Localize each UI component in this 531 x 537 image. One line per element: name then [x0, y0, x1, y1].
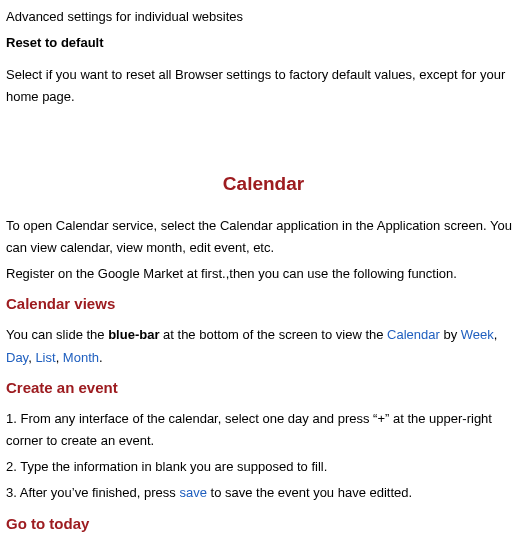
calendar-heading: Calendar: [6, 168, 521, 200]
reset-description: Select if you want to reset all Browser …: [6, 64, 521, 108]
calendar-intro-2: Register on the Google Market at first.,…: [6, 263, 521, 285]
text-fragment: at the bottom of the screen to view the: [159, 327, 387, 342]
calendar-views-paragraph: You can slide the blue-bar at the bottom…: [6, 324, 521, 368]
create-step-1: 1. From any interface of the calendar, s…: [6, 408, 521, 452]
create-event-heading: Create an event: [6, 375, 521, 401]
calendar-intro-1: To open Calendar service, select the Cal…: [6, 215, 521, 259]
create-step-3: 3. After you’ve finished, press save to …: [6, 482, 521, 504]
text-fragment: to save the event you have editted.: [207, 485, 412, 500]
text-fragment: 3. After you’ve finished, press: [6, 485, 179, 500]
text-fragment: You can slide the: [6, 327, 108, 342]
text-fragment: ,: [494, 327, 498, 342]
text-fragment: ,: [56, 350, 63, 365]
reset-to-default-label: Reset to default: [6, 32, 521, 54]
month-word: Month: [63, 350, 99, 365]
advanced-settings-line: Advanced settings for individual website…: [6, 6, 521, 28]
save-word: save: [179, 485, 206, 500]
text-fragment: .: [99, 350, 103, 365]
day-word: Day: [6, 350, 28, 365]
list-word: List: [35, 350, 55, 365]
create-step-2: 2. Type the information in blank you are…: [6, 456, 521, 478]
bluebar-term: blue-bar: [108, 327, 159, 342]
spacer: [6, 112, 521, 168]
calendar-views-heading: Calendar views: [6, 291, 521, 317]
go-to-today-heading: Go to today: [6, 511, 521, 537]
calendar-link-word: Calendar: [387, 327, 440, 342]
week-word: Week: [461, 327, 494, 342]
text-fragment: by: [440, 327, 461, 342]
